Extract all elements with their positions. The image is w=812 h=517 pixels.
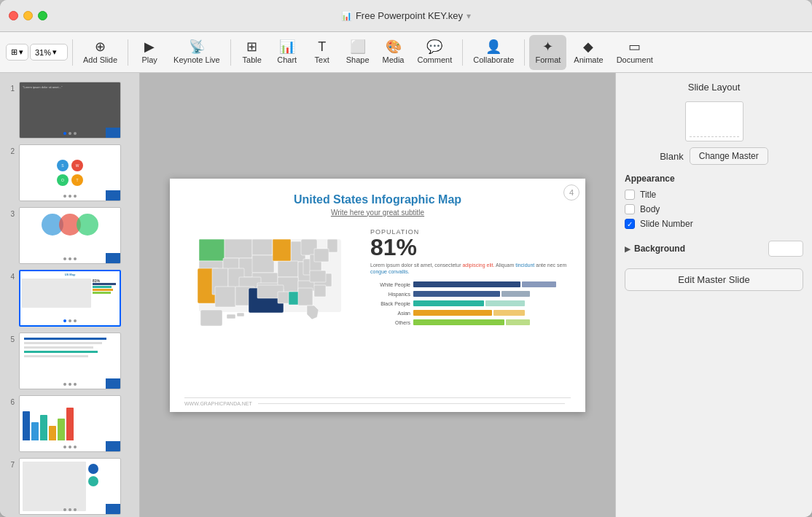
background-color-swatch[interactable]: [768, 241, 803, 257]
body-checkbox[interactable]: [625, 204, 635, 214]
slide-preview-5[interactable]: [19, 333, 121, 389]
title-checkbox[interactable]: [625, 190, 635, 200]
slide-badge: 4: [563, 184, 579, 201]
slide-number-4: 4: [6, 270, 15, 281]
svg-rect-6: [252, 239, 273, 255]
chevron-icon: ▾: [52, 47, 57, 57]
bar-fill-others-2: [506, 319, 529, 325]
main-content: 1 "Lorem ipsum dolor sit amet..." 2: [0, 73, 812, 517]
slide-thumb-2[interactable]: 2 S W O T: [0, 141, 139, 204]
table-button[interactable]: ⊞ Table: [235, 35, 269, 70]
slide-thumb-6[interactable]: 6: [0, 392, 139, 455]
chart-button[interactable]: 📊 Chart: [270, 35, 304, 70]
slide-preview-2[interactable]: S W O T: [19, 144, 121, 201]
slide-number-5: 5: [6, 333, 15, 343]
minimize-button[interactable]: [23, 11, 33, 20]
slide-thumb-7[interactable]: 7: [0, 455, 139, 517]
animate-icon: ◆: [583, 40, 593, 53]
toolbar: ⊞ ▾ 31% ▾ ⊕ Add Slide ▶ Play 📡 Keynote L…: [0, 32, 812, 73]
slide-thumb-4[interactable]: 4 US Map 81%: [0, 267, 139, 330]
panel-content: Slide Layout Blank Change Master Appeara…: [616, 73, 812, 517]
checkbox-slide-number-row: Slide Number: [625, 219, 803, 229]
slide-preview-3[interactable]: [19, 207, 121, 264]
document-tab-button[interactable]: ▭ Document: [611, 35, 659, 70]
slide-preview-1[interactable]: "Lorem ipsum dolor sit amet...": [19, 82, 121, 139]
appearance-title: Appearance: [625, 174, 803, 184]
add-slide-button[interactable]: ⊕ Add Slide: [77, 35, 123, 70]
slide-preview-7[interactable]: [19, 458, 121, 515]
slide-dots-5: [63, 383, 77, 386]
change-master-button[interactable]: Change Master: [690, 147, 768, 165]
media-icon: 🎨: [386, 40, 402, 53]
slide-preview-6[interactable]: [19, 395, 121, 452]
edit-master-slide-button[interactable]: Edit Master Slide: [625, 268, 803, 291]
background-disclosure[interactable]: ▶ Background: [625, 244, 685, 254]
bar-fill-white-1: [413, 281, 520, 287]
layout-preview: [685, 101, 743, 141]
bar-row-black: Black People: [370, 300, 571, 306]
animate-tab-button[interactable]: ◆ Animate: [568, 35, 609, 70]
comment-button[interactable]: 💬 Comment: [412, 35, 458, 70]
svg-rect-30: [215, 287, 235, 307]
slide-dots-4: [63, 319, 77, 322]
background-label: Background: [634, 244, 685, 254]
slide-dots-1: [63, 132, 77, 135]
slide-preview-4[interactable]: US Map 81%: [19, 270, 121, 327]
svg-rect-36: [298, 288, 313, 306]
bar-fill-asian-1: [413, 310, 492, 316]
bar-row-hispanics: Hispanics: [370, 291, 571, 297]
slide-title: United States Infographic Map: [170, 193, 585, 206]
zoom-button[interactable]: 31% ▾: [30, 44, 68, 61]
keynote-live-icon: 📡: [189, 40, 205, 53]
document-icon: ▭: [628, 40, 641, 53]
bar-fill-black-2: [485, 300, 525, 306]
background-row: ▶ Background: [625, 241, 803, 257]
population-pct: 81%: [370, 236, 571, 259]
titlebar: 📊 Free Powerpoint KEY.key ▾: [0, 0, 812, 32]
text-button[interactable]: T Text: [305, 35, 339, 70]
bar-row-others: Others: [370, 319, 571, 325]
sep4: [462, 39, 463, 66]
play-button[interactable]: ▶ Play: [133, 35, 166, 70]
slide-number-1: 1: [6, 82, 15, 93]
slide-number-6: 6: [6, 395, 15, 406]
slide-number-checkbox[interactable]: [625, 219, 635, 229]
chart-icon: 📊: [279, 40, 295, 53]
media-button[interactable]: 🎨 Media: [377, 35, 410, 70]
bar-fill-asian-2: [493, 310, 525, 316]
app-window: 📊 Free Powerpoint KEY.key ▾ ⊞ ▾ 31% ▾ ⊕ …: [0, 0, 812, 517]
format-tab-button[interactable]: ✦ Format: [529, 35, 566, 70]
slide-number-2: 2: [6, 144, 15, 155]
bar-chart: White People Hispanics: [370, 281, 571, 325]
table-icon: ⊞: [246, 40, 257, 53]
slide-subtitle: Write here your great subtitle: [170, 209, 585, 217]
canvas-area[interactable]: 4 United States Infographic Map Write he…: [140, 73, 615, 517]
bar-fill-white-2: [522, 281, 557, 287]
slide-corner-6: [106, 441, 120, 451]
slide-thumb-3[interactable]: 3: [0, 204, 139, 267]
disclosure-arrow-icon: ▶: [625, 245, 631, 253]
comment-icon: 💬: [426, 40, 442, 53]
slide-canvas[interactable]: 4 United States Infographic Map Write he…: [170, 179, 585, 412]
shape-button[interactable]: ⬜ Shape: [340, 35, 375, 70]
appearance-section: Appearance Title Body Slide Number: [625, 174, 803, 229]
keynote-live-button[interactable]: 📡 Keynote Live: [168, 35, 226, 70]
svg-rect-29: [310, 271, 326, 282]
body-checkbox-label: Body: [640, 204, 660, 214]
layout-name-row: Blank Change Master: [625, 147, 803, 165]
slide-layout-title: Slide Layout: [625, 82, 803, 93]
view-button[interactable]: ⊞ ▾: [6, 44, 28, 61]
svg-rect-5: [225, 239, 252, 258]
svg-rect-41: [227, 314, 235, 319]
stats-area: POPULATION 81% Lorem ipsum dolor sit ame…: [370, 228, 571, 341]
maximize-button[interactable]: [38, 11, 47, 20]
close-button[interactable]: [9, 11, 18, 20]
play-icon: ▶: [144, 40, 155, 53]
format-icon: ✦: [542, 40, 553, 53]
slide-thumb-1[interactable]: 1 "Lorem ipsum dolor sit amet...": [0, 79, 139, 141]
map-area: [184, 228, 359, 341]
slide-thumb-5[interactable]: 5: [0, 330, 139, 392]
bar-row-white: White People: [370, 281, 571, 287]
collaborate-button[interactable]: 👤 Collaborate: [467, 35, 520, 70]
layout-name: Blank: [660, 151, 684, 162]
